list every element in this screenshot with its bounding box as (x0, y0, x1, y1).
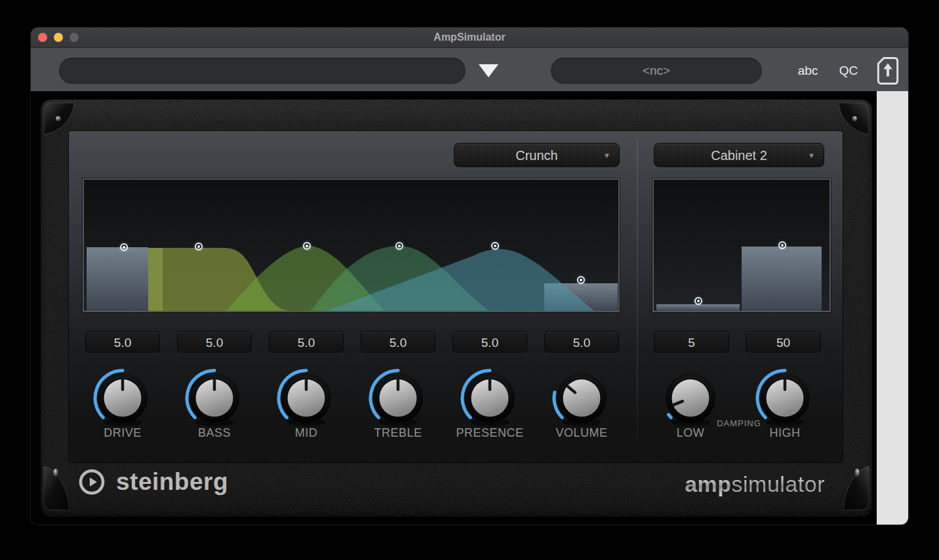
curve-handle[interactable] (778, 241, 786, 249)
export-preset-button[interactable] (875, 56, 900, 85)
volume-label: VOLUME (542, 426, 621, 440)
plugin-toolbar: <nc> abc QC (31, 48, 908, 91)
high-damping-value[interactable]: 50 (746, 331, 821, 353)
wordmark-simulator: simulator (732, 471, 825, 496)
plugin-window: AmpSimulator <nc> abc QC (31, 28, 908, 525)
drive-level-bar (87, 247, 148, 311)
amp-model-dropdown[interactable]: Crunch ▼ (454, 143, 620, 167)
window-title: AmpSimulator (31, 28, 908, 47)
cabinet-model-dropdown[interactable]: Cabinet 2 ▼ (654, 143, 824, 167)
presence-label: PRESENCE (450, 426, 529, 440)
screen: { "window": { "title": "AmpSimulator" },… (0, 0, 939, 560)
volume-value[interactable]: 5.0 (544, 331, 619, 353)
low-label: LOW (651, 426, 730, 440)
mid-knob[interactable] (276, 368, 336, 428)
chevron-down-icon: ▼ (808, 144, 815, 168)
qc-button[interactable]: QC (832, 58, 865, 84)
cabinet-model-value: Cabinet 2 (711, 148, 767, 163)
treble-label: TREBLE (359, 426, 437, 440)
mid-label: MID (267, 426, 346, 440)
mid-value[interactable]: 5.0 (269, 331, 344, 353)
plugin-view-area: Crunch ▼ Cabinet 2 ▼ (31, 91, 908, 525)
damping-label: DAMPING (700, 418, 778, 428)
curve-handle[interactable] (303, 242, 311, 250)
eq-curve-display[interactable] (83, 178, 620, 312)
amp-model-value: Crunch (515, 148, 557, 163)
treble-knob[interactable] (368, 368, 428, 428)
presence-knob[interactable] (460, 368, 520, 428)
curve-handle[interactable] (195, 243, 203, 250)
drive-knob[interactable] (92, 368, 153, 428)
presence-value[interactable]: 5.0 (452, 331, 527, 353)
low-damping-bar (656, 304, 740, 311)
chevron-down-icon: ▼ (603, 144, 610, 168)
section-divider (637, 140, 638, 452)
window-background-area (877, 91, 908, 525)
cabinet-damping-display[interactable] (652, 178, 831, 312)
drive-label: DRIVE (83, 426, 162, 440)
curve-handle[interactable] (577, 276, 585, 284)
high-label: HIGH (746, 426, 824, 440)
wordmark-amp: amp (685, 471, 731, 496)
amp-simulator-plugin: Crunch ▼ Cabinet 2 ▼ (41, 100, 872, 517)
curve-handle[interactable] (491, 242, 499, 250)
knob-value-arc (669, 414, 671, 417)
nc-selector-field[interactable]: <nc> (551, 58, 762, 84)
preset-dropdown-arrow-icon[interactable] (479, 64, 498, 77)
steinberg-text: steinberg (116, 468, 228, 496)
steinberg-circle-play-icon (77, 467, 107, 497)
title-bar[interactable]: AmpSimulator (31, 28, 908, 48)
eq-curves (84, 180, 618, 311)
control-panel: Crunch ▼ Cabinet 2 ▼ (69, 131, 843, 462)
product-wordmark: ampsimulator (685, 471, 825, 497)
low-damping-value[interactable]: 5 (654, 331, 729, 353)
volume-knob[interactable] (551, 368, 612, 428)
treble-value[interactable]: 5.0 (361, 331, 435, 353)
damping-bars (654, 180, 829, 311)
bass-knob[interactable] (184, 368, 245, 428)
curve-handle[interactable] (120, 243, 128, 251)
preset-name-field[interactable] (59, 58, 466, 84)
export-preset-icon (875, 56, 900, 85)
curve-handle[interactable] (694, 297, 702, 305)
curve-handle[interactable] (395, 242, 403, 250)
steinberg-logo: steinberg (77, 466, 228, 498)
abc-button[interactable]: abc (788, 58, 828, 84)
bass-value[interactable]: 5.0 (177, 331, 252, 353)
high-damping-bar (742, 247, 822, 311)
drive-value[interactable]: 5.0 (85, 331, 160, 353)
corner-protector-bottom-left (42, 462, 71, 513)
bass-label: BASS (175, 426, 254, 440)
corner-protector-bottom-right (842, 462, 871, 513)
